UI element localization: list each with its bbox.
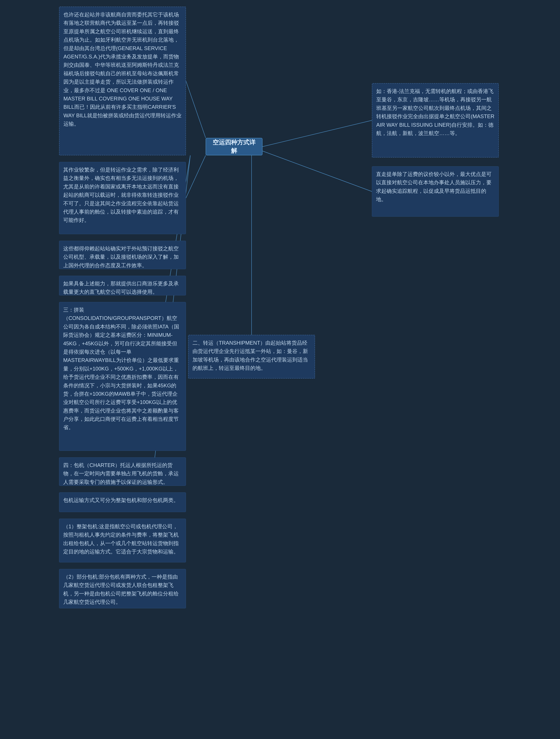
card-charter-full: （1）整架包机:这是指航空公司或包机代理公司，按照与租机人事先约定的条件与费率，… (59, 519, 186, 562)
card-middle-left2: 这些都得仰赖起站站确实对于外站预订接驳之航空公司机型、承载量，以及接驳机场的深入… (59, 241, 186, 269)
center-node: 空运四种方式详解 (206, 138, 262, 155)
card-charter-types-text: 包机运输方式又可分为整架包机和部分包机两类。 (63, 497, 179, 503)
card-top-left: 也许还在起站并非该航商自营而委托其它于该机场有落地之联营航商代为载运至某一点后，… (59, 7, 186, 155)
card-transhipment: 二、转运（TRANSHIPMENT）由起始站将货品经由货运代理企业先行运抵某一外… (188, 335, 315, 379)
card-right-top-text: 如：香港-法兰克福，无需转机的航程；或由香港飞至曼谷，东京，吉隆坡……等机场，再… (376, 88, 494, 136)
svg-line-2 (262, 151, 372, 191)
card-right-top: 如：香港-法兰克福，无需转机的航程；或由香港飞至曼谷，东京，吉隆坡……等机场，再… (372, 83, 499, 158)
card-charter-partial: （2）部分包机:部分包机有两种方式，一种是指由几家航空货运代理公司或发货人联合包… (59, 569, 186, 608)
card-charter-text: 四：包机（CHARTER）托运人根据所托运的货物，在一定时间内需要单独占用飞机的… (63, 462, 179, 485)
card-charter: 四：包机（CHARTER）托运人根据所托运的货物，在一定时间内需要单独占用飞机的… (59, 457, 186, 486)
svg-line-3 (186, 155, 206, 198)
card-right-bottom-text: 直走提单除了运费的议价较小以外，最大优点是可以直接对航空公司在本地办事处人员施以… (376, 171, 492, 202)
center-node-label: 空运四种方式详解 (211, 138, 257, 155)
svg-line-0 (186, 81, 206, 138)
card-middle-left2-text: 这些都得仰赖起站站确实对于外站预订接驳之航空公司机型、承载量，以及接驳机场的深入… (63, 246, 179, 268)
card-right-bottom: 直走提单除了运费的议价较小以外，最大优点是可以直接对航空公司在本地办事处人员施以… (372, 166, 499, 216)
card-charter-full-text: （1）整架包机:这是指航空公司或包机代理公司，按照与租机人事先约定的条件与费率，… (63, 524, 179, 555)
card-middle-left1: 其作业较繁杂，但是转运作业之需求，除了经济利益之衡量外，确实也有相当多无法运接到… (59, 162, 186, 234)
card-consolidation-text: 三：拼装（CONSOLIDATION/GROUPRANSPORT）航空公司因为各… (63, 307, 179, 430)
card-transhipment-text: 二、转运（TRANSHIPMENT）由起始站将货品经由货运代理企业先行运抵某一外… (192, 340, 308, 371)
card-consolidation: 三：拼装（CONSOLIDATION/GROUPRANSPORT）航空公司因为各… (59, 302, 186, 451)
card-top-left-text: 也许还在起站并非该航商自营而委托其它于该机场有落地之联营航商代为载运至某一点后，… (63, 12, 182, 127)
card-middle-left3-text: 如果具备上述能力，那就提供出口商游乐更多及承载量更大的直飞航空公司可以选择使用。 (63, 281, 179, 295)
svg-line-1 (262, 120, 372, 147)
mind-map: 空运四种方式详解 也许还在起站并非该航商自营而委托其它于该机场有落地之联营航商代… (0, 0, 560, 739)
card-middle-left3: 如果具备上述能力，那就提供出口商游乐更多及承载量更大的直飞航空公司可以选择使用。 (59, 276, 186, 295)
card-charter-partial-text: （2）部分包机:部分包机有两种方式，一种是指由几家航空货运代理公司或发货人联合包… (63, 574, 179, 605)
card-charter-types: 包机运输方式又可分为整架包机和部分包机两类。 (59, 492, 186, 512)
card-middle-left1-text: 其作业较繁杂，但是转运作业之需求，除了经济利益之衡量外，确实也有相当多无法运接到… (63, 167, 179, 223)
